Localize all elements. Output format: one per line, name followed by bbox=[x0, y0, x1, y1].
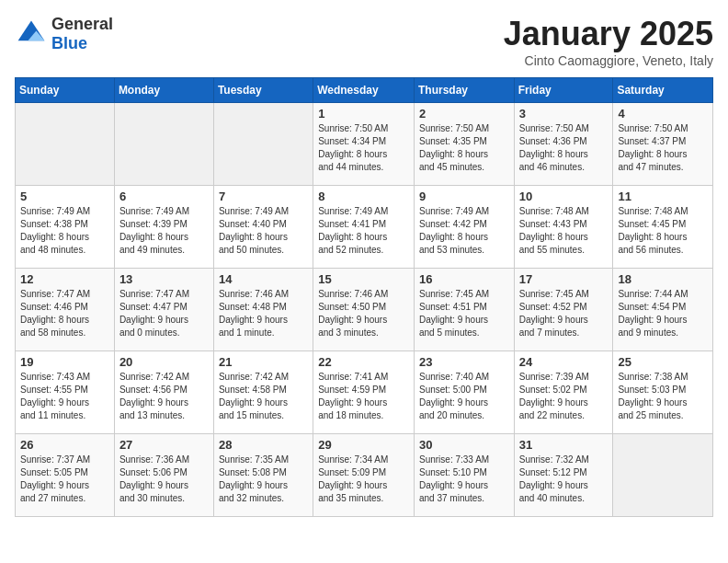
calendar-cell: 13Sunrise: 7:47 AM Sunset: 4:47 PM Dayli… bbox=[114, 269, 213, 351]
calendar-cell: 20Sunrise: 7:42 AM Sunset: 4:56 PM Dayli… bbox=[114, 351, 213, 434]
calendar-cell: 29Sunrise: 7:34 AM Sunset: 5:09 PM Dayli… bbox=[313, 434, 415, 517]
day-number: 17 bbox=[519, 272, 609, 286]
calendar-cell bbox=[16, 103, 115, 186]
day-info: Sunrise: 7:32 AM Sunset: 5:12 PM Dayligh… bbox=[519, 454, 609, 505]
day-number: 5 bbox=[20, 190, 109, 203]
day-number: 29 bbox=[318, 438, 409, 452]
day-number: 1 bbox=[318, 107, 409, 121]
calendar-cell: 11Sunrise: 7:48 AM Sunset: 4:45 PM Dayli… bbox=[613, 186, 713, 269]
day-info: Sunrise: 7:49 AM Sunset: 4:38 PM Dayligh… bbox=[20, 205, 109, 257]
day-number: 20 bbox=[119, 355, 209, 369]
weekday-header-row: SundayMondayTuesdayWednesdayThursdayFrid… bbox=[16, 78, 713, 103]
weekday-header-thursday: Thursday bbox=[414, 78, 514, 103]
day-number: 16 bbox=[419, 272, 509, 286]
weekday-header-friday: Friday bbox=[514, 78, 613, 103]
calendar-cell: 24Sunrise: 7:39 AM Sunset: 5:02 PM Dayli… bbox=[514, 351, 613, 434]
day-number: 9 bbox=[419, 190, 509, 203]
day-number: 30 bbox=[419, 438, 509, 452]
calendar-week-row: 19Sunrise: 7:43 AM Sunset: 4:55 PM Dayli… bbox=[16, 351, 713, 434]
day-number: 25 bbox=[618, 355, 708, 369]
logo-text: General Blue bbox=[51, 15, 113, 53]
calendar-week-row: 1Sunrise: 7:50 AM Sunset: 4:34 PM Daylig… bbox=[16, 103, 713, 186]
weekday-header-saturday: Saturday bbox=[613, 78, 713, 103]
day-number: 18 bbox=[618, 272, 708, 286]
day-info: Sunrise: 7:50 AM Sunset: 4:37 PM Dayligh… bbox=[618, 122, 708, 174]
day-number: 19 bbox=[20, 355, 109, 369]
calendar-cell: 16Sunrise: 7:45 AM Sunset: 4:51 PM Dayli… bbox=[414, 269, 514, 351]
day-number: 14 bbox=[219, 272, 308, 286]
calendar-cell: 25Sunrise: 7:38 AM Sunset: 5:03 PM Dayli… bbox=[613, 351, 713, 434]
calendar-cell: 19Sunrise: 7:43 AM Sunset: 4:55 PM Dayli… bbox=[16, 351, 115, 434]
calendar-cell bbox=[114, 103, 213, 186]
calendar-week-row: 5Sunrise: 7:49 AM Sunset: 4:38 PM Daylig… bbox=[16, 186, 713, 269]
calendar-cell: 22Sunrise: 7:41 AM Sunset: 4:59 PM Dayli… bbox=[313, 351, 415, 434]
calendar-cell: 2Sunrise: 7:50 AM Sunset: 4:35 PM Daylig… bbox=[414, 103, 514, 186]
calendar-cell: 5Sunrise: 7:49 AM Sunset: 4:38 PM Daylig… bbox=[16, 186, 115, 269]
calendar-cell: 14Sunrise: 7:46 AM Sunset: 4:48 PM Dayli… bbox=[213, 269, 313, 351]
day-info: Sunrise: 7:49 AM Sunset: 4:40 PM Dayligh… bbox=[219, 205, 308, 257]
day-number: 26 bbox=[20, 438, 109, 452]
calendar-cell: 26Sunrise: 7:37 AM Sunset: 5:05 PM Dayli… bbox=[16, 434, 115, 517]
day-info: Sunrise: 7:50 AM Sunset: 4:34 PM Dayligh… bbox=[318, 122, 409, 174]
day-number: 7 bbox=[219, 190, 308, 203]
calendar-cell: 15Sunrise: 7:46 AM Sunset: 4:50 PM Dayli… bbox=[313, 269, 415, 351]
calendar-cell: 1Sunrise: 7:50 AM Sunset: 4:34 PM Daylig… bbox=[313, 103, 415, 186]
calendar-cell: 12Sunrise: 7:47 AM Sunset: 4:46 PM Dayli… bbox=[16, 269, 115, 351]
page-header: General Blue January 2025 Cinto Caomaggi… bbox=[15, 15, 713, 68]
calendar-subtitle: Cinto Caomaggiore, Veneto, Italy bbox=[504, 53, 713, 68]
day-number: 11 bbox=[618, 190, 708, 203]
day-info: Sunrise: 7:37 AM Sunset: 5:05 PM Dayligh… bbox=[20, 454, 109, 505]
day-info: Sunrise: 7:47 AM Sunset: 4:46 PM Dayligh… bbox=[20, 288, 109, 339]
day-info: Sunrise: 7:48 AM Sunset: 4:43 PM Dayligh… bbox=[519, 205, 609, 257]
calendar-cell: 23Sunrise: 7:40 AM Sunset: 5:00 PM Dayli… bbox=[414, 351, 514, 434]
day-info: Sunrise: 7:49 AM Sunset: 4:42 PM Dayligh… bbox=[419, 205, 509, 257]
day-number: 12 bbox=[20, 272, 109, 286]
logo-icon bbox=[15, 17, 48, 51]
calendar-cell: 6Sunrise: 7:49 AM Sunset: 4:39 PM Daylig… bbox=[114, 186, 213, 269]
day-info: Sunrise: 7:43 AM Sunset: 4:55 PM Dayligh… bbox=[20, 371, 109, 422]
calendar-cell: 10Sunrise: 7:48 AM Sunset: 4:43 PM Dayli… bbox=[514, 186, 613, 269]
calendar-cell: 21Sunrise: 7:42 AM Sunset: 4:58 PM Dayli… bbox=[213, 351, 313, 434]
day-number: 10 bbox=[519, 190, 609, 203]
calendar-cell bbox=[613, 434, 713, 517]
calendar-title: January 2025 bbox=[504, 15, 713, 53]
day-info: Sunrise: 7:47 AM Sunset: 4:47 PM Dayligh… bbox=[119, 288, 209, 339]
day-number: 24 bbox=[519, 355, 609, 369]
calendar-cell: 9Sunrise: 7:49 AM Sunset: 4:42 PM Daylig… bbox=[414, 186, 514, 269]
day-info: Sunrise: 7:44 AM Sunset: 4:54 PM Dayligh… bbox=[618, 288, 708, 339]
day-info: Sunrise: 7:49 AM Sunset: 4:41 PM Dayligh… bbox=[318, 205, 409, 257]
weekday-header-wednesday: Wednesday bbox=[313, 78, 415, 103]
day-info: Sunrise: 7:46 AM Sunset: 4:48 PM Dayligh… bbox=[219, 288, 308, 339]
day-number: 21 bbox=[219, 355, 308, 369]
calendar-week-row: 12Sunrise: 7:47 AM Sunset: 4:46 PM Dayli… bbox=[16, 269, 713, 351]
weekday-header-monday: Monday bbox=[114, 78, 213, 103]
calendar-cell: 31Sunrise: 7:32 AM Sunset: 5:12 PM Dayli… bbox=[514, 434, 613, 517]
calendar-cell: 30Sunrise: 7:33 AM Sunset: 5:10 PM Dayli… bbox=[414, 434, 514, 517]
calendar-cell bbox=[213, 103, 313, 186]
day-info: Sunrise: 7:33 AM Sunset: 5:10 PM Dayligh… bbox=[419, 454, 509, 505]
day-info: Sunrise: 7:46 AM Sunset: 4:50 PM Dayligh… bbox=[318, 288, 409, 339]
calendar-week-row: 26Sunrise: 7:37 AM Sunset: 5:05 PM Dayli… bbox=[16, 434, 713, 517]
day-number: 8 bbox=[318, 190, 409, 203]
day-number: 4 bbox=[618, 107, 708, 121]
day-info: Sunrise: 7:49 AM Sunset: 4:39 PM Dayligh… bbox=[119, 205, 209, 257]
logo: General Blue bbox=[15, 15, 113, 53]
day-number: 3 bbox=[519, 107, 609, 121]
day-number: 31 bbox=[519, 438, 609, 452]
calendar-cell: 28Sunrise: 7:35 AM Sunset: 5:08 PM Dayli… bbox=[213, 434, 313, 517]
day-info: Sunrise: 7:35 AM Sunset: 5:08 PM Dayligh… bbox=[219, 454, 308, 505]
day-info: Sunrise: 7:45 AM Sunset: 4:52 PM Dayligh… bbox=[519, 288, 609, 339]
day-info: Sunrise: 7:42 AM Sunset: 4:58 PM Dayligh… bbox=[219, 371, 308, 422]
day-number: 22 bbox=[318, 355, 409, 369]
weekday-header-sunday: Sunday bbox=[16, 78, 115, 103]
calendar-cell: 18Sunrise: 7:44 AM Sunset: 4:54 PM Dayli… bbox=[613, 269, 713, 351]
day-info: Sunrise: 7:36 AM Sunset: 5:06 PM Dayligh… bbox=[119, 454, 209, 505]
calendar-cell: 8Sunrise: 7:49 AM Sunset: 4:41 PM Daylig… bbox=[313, 186, 415, 269]
day-number: 28 bbox=[219, 438, 308, 452]
day-info: Sunrise: 7:42 AM Sunset: 4:56 PM Dayligh… bbox=[119, 371, 209, 422]
calendar-cell: 17Sunrise: 7:45 AM Sunset: 4:52 PM Dayli… bbox=[514, 269, 613, 351]
day-number: 13 bbox=[119, 272, 209, 286]
calendar-cell: 4Sunrise: 7:50 AM Sunset: 4:37 PM Daylig… bbox=[613, 103, 713, 186]
day-info: Sunrise: 7:40 AM Sunset: 5:00 PM Dayligh… bbox=[419, 371, 509, 422]
day-number: 2 bbox=[419, 107, 509, 121]
